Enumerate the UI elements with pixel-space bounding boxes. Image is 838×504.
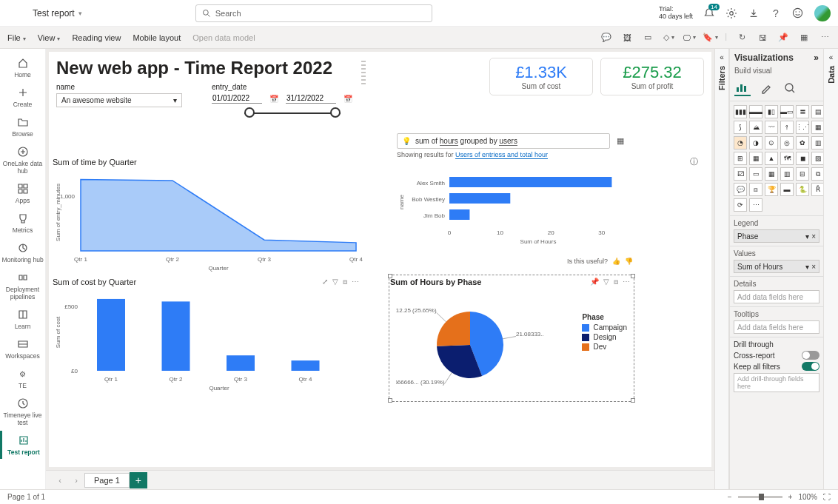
page-tab[interactable]: Page 1 bbox=[84, 473, 130, 488]
viz-type-20[interactable]: ▲ bbox=[765, 152, 778, 165]
focus-icon[interactable]: ⤢ bbox=[322, 278, 328, 286]
viz-type-32[interactable]: 🏆 bbox=[765, 183, 778, 196]
viz-type-23[interactable]: ▧ bbox=[811, 152, 823, 165]
qa-input[interactable]: 💡 sum of hours grouped by users bbox=[397, 133, 610, 149]
visual-icon[interactable]: ▦ bbox=[798, 32, 810, 44]
viz-type-9[interactable]: ⫯ bbox=[780, 121, 794, 134]
viz-type-19[interactable]: ▦ bbox=[749, 152, 762, 165]
viz-type-7[interactable]: ⛰ bbox=[749, 121, 762, 134]
viz-type-6[interactable]: ⟆ bbox=[734, 121, 747, 134]
drill-through-well[interactable]: Add drill-through fields here bbox=[734, 373, 819, 392]
viz-type-15[interactable]: ◎ bbox=[780, 136, 794, 149]
viz-type-18[interactable]: ⊞ bbox=[734, 152, 747, 165]
report-name-dropdown[interactable]: Test report▾ bbox=[33, 8, 82, 19]
date-from-input[interactable] bbox=[212, 93, 262, 104]
convert-visual-icon[interactable]: ▦ bbox=[614, 135, 626, 147]
notifications-icon[interactable]: 14 bbox=[703, 7, 715, 19]
data-pane-collapsed[interactable]: « Data bbox=[823, 49, 838, 489]
popout-icon[interactable]: ⧈ bbox=[343, 278, 347, 286]
user-avatar[interactable] bbox=[814, 5, 831, 21]
viz-type-4[interactable]: 〓 bbox=[796, 105, 809, 118]
viz-type-25[interactable]: ▭ bbox=[749, 167, 762, 181]
save-icon[interactable]: 🖫 bbox=[757, 32, 768, 44]
pie-chart-hours-by-phase[interactable]: 📌▽⧈⋯ Sum of Hours by Phase 21.08333... (… bbox=[389, 275, 634, 401]
search-input[interactable]: Search bbox=[195, 4, 432, 22]
viz-type-21[interactable]: 🗺 bbox=[780, 152, 794, 165]
date-range-slider[interactable] bbox=[244, 104, 341, 123]
filters-pane-collapsed[interactable]: « Filters bbox=[714, 49, 729, 489]
nav-item-browse[interactable]: Browse bbox=[0, 112, 45, 141]
viz-type-12[interactable]: ◔ bbox=[734, 136, 747, 149]
viz-type-22[interactable]: ◼ bbox=[796, 152, 809, 165]
viz-type-27[interactable]: ▥ bbox=[780, 167, 794, 181]
viz-type-16[interactable]: ✿ bbox=[796, 136, 809, 149]
viz-type-34[interactable]: 🐍 bbox=[796, 183, 809, 196]
refresh-icon[interactable]: ↻ bbox=[736, 32, 748, 44]
viz-type-30[interactable]: 💬 bbox=[734, 183, 747, 196]
keep-filters-toggle[interactable] bbox=[802, 362, 819, 371]
viz-type-3[interactable]: ▬▭ bbox=[780, 105, 794, 118]
drag-handle-icon[interactable] bbox=[361, 61, 366, 86]
tooltips-field-well[interactable]: Add data fields here bbox=[734, 320, 819, 334]
download-icon[interactable] bbox=[748, 7, 760, 19]
nav-item-test-report[interactable]: Test report bbox=[0, 431, 45, 459]
viz-type-14[interactable]: ⊙ bbox=[765, 136, 778, 149]
info-icon[interactable]: ⓘ bbox=[688, 155, 700, 167]
zoom-slider[interactable] bbox=[738, 496, 782, 498]
viz-type-13[interactable]: ◑ bbox=[749, 136, 762, 149]
menu-file[interactable]: File bbox=[7, 33, 26, 42]
nav-item-timeneye-live-test[interactable]: Timeneye live test bbox=[0, 394, 45, 429]
comment-icon[interactable]: 💬 bbox=[600, 32, 612, 44]
viz-type-36[interactable]: ⟳ bbox=[734, 198, 747, 212]
more-icon[interactable]: ⋯ bbox=[352, 278, 359, 286]
page-next-icon[interactable]: › bbox=[68, 476, 84, 485]
menu-mobile-layout[interactable]: Mobile layout bbox=[133, 33, 181, 42]
nav-item-workspaces[interactable]: Workspaces bbox=[0, 335, 45, 363]
viz-type-33[interactable]: ▬ bbox=[780, 183, 794, 196]
viz-type-29[interactable]: ⧉ bbox=[811, 167, 823, 181]
zoom-out-icon[interactable]: − bbox=[728, 493, 732, 501]
pin-icon[interactable]: 📌 bbox=[590, 278, 599, 286]
viz-type-10[interactable]: ⋮⋰ bbox=[796, 121, 809, 134]
bookmark-icon[interactable]: 🔖 bbox=[704, 32, 716, 44]
build-fields-icon[interactable] bbox=[734, 80, 751, 96]
nav-item-home[interactable]: Home bbox=[0, 53, 45, 81]
display-icon[interactable]: 🖵 bbox=[683, 32, 695, 44]
viz-type-1[interactable]: ▬▬ bbox=[749, 105, 762, 118]
add-page-button[interactable]: + bbox=[130, 472, 147, 488]
more-icon[interactable]: ⋯ bbox=[623, 278, 630, 286]
details-field-well[interactable]: Add data fields here bbox=[734, 290, 819, 303]
filter-icon[interactable]: ▽ bbox=[603, 278, 609, 286]
viz-type-24[interactable]: 🗠 bbox=[734, 167, 747, 181]
date-to-input[interactable] bbox=[286, 93, 336, 104]
viz-type-31[interactable]: ⧈ bbox=[749, 183, 762, 196]
name-filter-select[interactable]: An awesome website▾ bbox=[56, 93, 182, 107]
zoom-in-icon[interactable]: + bbox=[788, 493, 793, 501]
viz-type-8[interactable]: 〰 bbox=[765, 121, 778, 134]
collapse-icon[interactable]: » bbox=[814, 53, 819, 63]
shapes-icon[interactable]: ◇ bbox=[663, 32, 674, 44]
viz-type-0[interactable]: ▮▮▮ bbox=[734, 105, 747, 118]
nav-item-metrics[interactable]: Metrics bbox=[0, 209, 45, 237]
cross-report-toggle[interactable] bbox=[802, 351, 819, 360]
filter-icon[interactable]: ▽ bbox=[332, 278, 338, 286]
nav-item-create[interactable]: Create bbox=[0, 83, 45, 111]
nav-item-learn[interactable]: Learn bbox=[0, 305, 45, 333]
help-icon[interactable]: ? bbox=[770, 7, 782, 19]
nav-item-apps[interactable]: Apps bbox=[0, 179, 45, 207]
nav-item-onelake-data-hub[interactable]: OneLake data hub bbox=[0, 142, 45, 178]
viz-type-2[interactable]: ▮▯ bbox=[765, 105, 778, 118]
values-field-well[interactable]: Sum of Hours▾ × bbox=[734, 260, 819, 273]
thumbs-down-icon[interactable]: 👎 bbox=[625, 258, 633, 265]
nav-item-deployment-pipelines[interactable]: Deployment pipelines bbox=[0, 268, 45, 303]
legend-field-well[interactable]: Phase▾ × bbox=[734, 229, 819, 243]
bar-chart-users-hours[interactable]: Alex Smith Bob Westley Jim Bob 0102030Su… bbox=[397, 172, 634, 257]
textbox-icon[interactable]: ▭ bbox=[642, 32, 654, 44]
image-icon[interactable]: 🖼 bbox=[621, 32, 633, 44]
settings-icon[interactable] bbox=[725, 7, 737, 19]
viz-type-37[interactable]: ⋯ bbox=[749, 198, 762, 212]
viz-type-26[interactable]: ▦ bbox=[765, 167, 778, 181]
menu-reading-view[interactable]: Reading view bbox=[72, 33, 121, 42]
viz-type-35[interactable]: R̂ bbox=[811, 183, 823, 196]
viz-type-11[interactable]: ▦ bbox=[811, 121, 823, 134]
